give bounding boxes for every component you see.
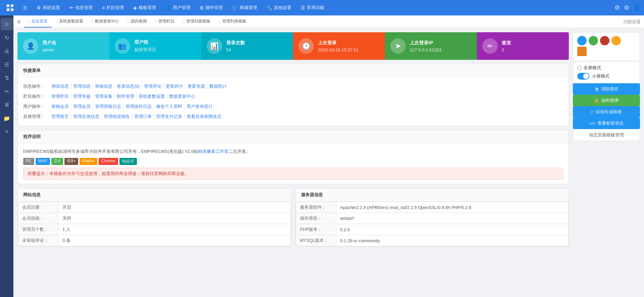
nav-common-func[interactable]: ☰ 常用功能 <box>296 0 329 15</box>
quick-link-audit-member[interactable]: 审核会员 <box>49 103 71 110</box>
fullscreen-label: 全屏模式 <box>584 65 601 71</box>
quick-link-sys-params[interactable]: 系统参数设置 <box>137 93 167 99</box>
quick-link-fragment[interactable]: 更新碎片 <box>164 83 186 89</box>
sidebar-item-settings[interactable]: ⚙ <box>1 18 13 30</box>
quick-label-info: 信息操作： <box>23 83 47 89</box>
quick-link-msg[interactable]: 管理留言 <box>49 114 71 120</box>
tab-cover-tpl[interactable]: □ 管理封面模板 <box>179 16 214 28</box>
quick-link-stats[interactable]: 数据统计 <box>207 83 229 89</box>
quick-link-collect[interactable]: 管理采集 <box>93 93 115 99</box>
quick-link-login-log[interactable]: 管理登陆日志 <box>93 103 123 110</box>
color-red[interactable] <box>600 36 609 45</box>
quick-link-payment[interactable]: 管理支付记录 <box>154 114 185 120</box>
sidebar-item-edit[interactable]: ✏ <box>1 85 13 97</box>
stat-usergroup-label: 用户组 <box>134 39 156 45</box>
stat-usergroup-info: 用户组 超级管理员 <box>134 39 156 53</box>
quick-link-comment[interactable]: 管理评论 <box>142 83 164 89</box>
lock-screen-button[interactable]: 🔒 临时锁屏 <box>573 95 640 106</box>
sidebar-item-refresh[interactable]: ↻ <box>1 32 13 44</box>
quick-link-manage-member[interactable]: 管理会员 <box>71 103 93 110</box>
badge-pc[interactable]: PC <box>23 158 34 165</box>
server-row2-label: PHP版本： <box>296 224 336 235</box>
badge-chrome[interactable]: Chrome <box>99 158 118 165</box>
sidebar-item-folder[interactable]: 📁 <box>1 112 13 124</box>
server-info-table: 服务器软件： Apache/2.2.9 (APMServ) mod_ssl/2.… <box>296 202 569 246</box>
trash-icon: 🗑 <box>595 87 599 92</box>
user-icon-right[interactable]: 👤 <box>633 4 641 11</box>
tab-domestic-news[interactable]: □ 国内新闻 <box>123 16 151 28</box>
nav-info-mgmt[interactable]: ✏ 信息管理 <box>65 0 97 15</box>
smallscreen-mode[interactable]: 小屏模式 <box>577 73 636 80</box>
site-row1-label: 会员投稿： <box>18 213 58 224</box>
dynamic-tpl-button[interactable]: 动态页面模板管理 <box>573 129 640 141</box>
quick-link-order[interactable]: 管理订单 <box>132 114 154 120</box>
sidebar-item-sort[interactable]: ⇅ <box>1 72 13 84</box>
tab-home[interactable]: □ 后台首页 <box>24 16 52 28</box>
quick-link-attachment[interactable]: 附件管理 <box>115 93 137 99</box>
tab-sys-params[interactable]: □ 系统参数设置 <box>52 16 88 28</box>
right-panel: 全屏模式 小屏模式 🗑 清除缓存 🔒 临时锁屏 □ <box>573 32 640 293</box>
stat-group-icon: 👥 <box>115 38 130 54</box>
badge-responsive[interactable]: 响应式 <box>119 158 137 165</box>
settings-icon-right[interactable]: ⚙ <box>614 4 620 11</box>
tab-list-tpl[interactable]: □ 管理列表模板 <box>214 16 250 28</box>
clear-cache-button[interactable]: 🗑 清除缓存 <box>573 83 640 95</box>
quick-links-info: 增加信息 管理信息 审核信息 签发信息(0) 管理评论 更新碎片 更新专题 数据… <box>49 83 229 89</box>
server-row3-value: 5.1.28-rc-community <box>336 235 568 246</box>
program-info-section: 程序说明 EMPIRECMS版权由漳州市多城帝兴软件开发有限公司所有，EMPIR… <box>17 130 569 184</box>
badge-zui[interactable]: ZUI <box>51 158 63 165</box>
nav-user-mgmt[interactable]: 👤 用户管理 <box>161 0 195 15</box>
color-green[interactable] <box>589 36 598 45</box>
smallscreen-toggle[interactable] <box>577 73 589 80</box>
sidebar-item-list[interactable]: ☰ <box>1 58 13 71</box>
quick-link-error-report[interactable]: 管理错误报告 <box>102 114 132 120</box>
quick-link-manage-topic[interactable]: 管理专题 <box>71 93 93 99</box>
tab-manage-nav[interactable]: □ 管理栏目 <box>151 16 179 28</box>
nav-sys-settings[interactable]: ⚙ 系统设置 <box>32 0 65 15</box>
nav-shop-mgmt[interactable]: 🛒 商城管理 <box>228 0 262 15</box>
quick-link-pub-stats[interactable]: 用户发布统计 <box>185 103 215 110</box>
logo[interactable] <box>3 0 17 15</box>
quick-link-data-center[interactable]: 数据更新中心 <box>167 93 197 99</box>
site-info-table: 会员注册： 开启 会员投稿： 关闭 管理员个数： 1 人 <box>18 202 291 246</box>
color-yellow[interactable] <box>611 36 621 45</box>
sidebar: ⚙ ↻ 🖨 ☰ ⇅ ✏ 🖥 📁 ≡ <box>0 15 13 297</box>
alert-warning: 郑重提示：本模板作为学习交流使用，如需用作商业用途，请前往官网购买商业版。 <box>23 168 563 180</box>
color-blue[interactable] <box>577 36 587 45</box>
check-tags-button[interactable]: </> 查看标签语法 <box>573 118 640 129</box>
color-orange[interactable] <box>577 47 587 56</box>
nav-hamburger[interactable]: ☰ <box>18 0 32 15</box>
color-row-circles <box>577 36 636 45</box>
prog-link[interactable]: 精准像素工作室 <box>198 149 229 154</box>
auto-tags-button[interactable]: □ 自动生成标签 <box>573 106 640 118</box>
quick-link-op-log[interactable]: 管理操作日志 <box>123 103 154 110</box>
tab-data-update[interactable]: □ 数据更新中心 <box>87 16 123 28</box>
nav-tpl-mgmt[interactable]: ◈ 模板管理 <box>129 0 161 15</box>
fullscreen-radio[interactable] <box>577 66 582 70</box>
quick-link-feedback-info[interactable]: 管理反馈信息 <box>71 114 102 120</box>
sidebar-item-menu[interactable]: ≡ <box>1 126 13 138</box>
fullscreen-mode[interactable]: 全屏模式 <box>577 65 636 71</box>
badge-ie8[interactable]: IE8+ <box>64 158 78 165</box>
nav-nav-mgmt[interactable]: ≡ 栏目管理 <box>97 0 129 15</box>
sidebar-item-print[interactable]: 🖨 <box>1 45 13 57</box>
gear-icon-right[interactable]: ⚙ <box>624 4 629 11</box>
quick-link-permission[interactable]: 查看目录权限状态 <box>185 114 224 120</box>
sidebar-item-monitor[interactable]: 🖥 <box>1 99 13 111</box>
quick-link-profile[interactable]: 修改个人资料 <box>154 103 185 110</box>
svg-rect-3 <box>11 8 13 11</box>
program-info-text: EMPIRECMS版权由漳州市多城帝兴软件开发有限公司所有，EMPIRECMS(… <box>23 147 563 155</box>
nav-other-settings[interactable]: 🔧 其他设置 <box>262 0 296 15</box>
quick-link-manage-info[interactable]: 管理信息 <box>71 83 93 89</box>
top-nav-right: ⚙ ⚙ 👤 <box>614 4 641 11</box>
badge-firefox[interactable]: Firefox <box>80 158 97 165</box>
nav-plugin-mgmt[interactable]: ⊞ 插件管理 <box>195 0 228 15</box>
stat-last-login-label: 上次登录 <box>318 40 358 46</box>
badge-wap[interactable]: WAP <box>36 158 50 165</box>
quick-link-sign-info[interactable]: 签发信息(0) <box>115 83 142 89</box>
quick-link-add-info[interactable]: 增加信息 <box>49 83 71 89</box>
quick-link-manage-nav[interactable]: 管理栏目 <box>49 93 71 99</box>
quick-link-audit-info[interactable]: 审核信息 <box>93 83 115 89</box>
quick-link-topic[interactable]: 更新专题 <box>186 83 207 89</box>
server-row1-value: WINNT <box>336 213 568 224</box>
